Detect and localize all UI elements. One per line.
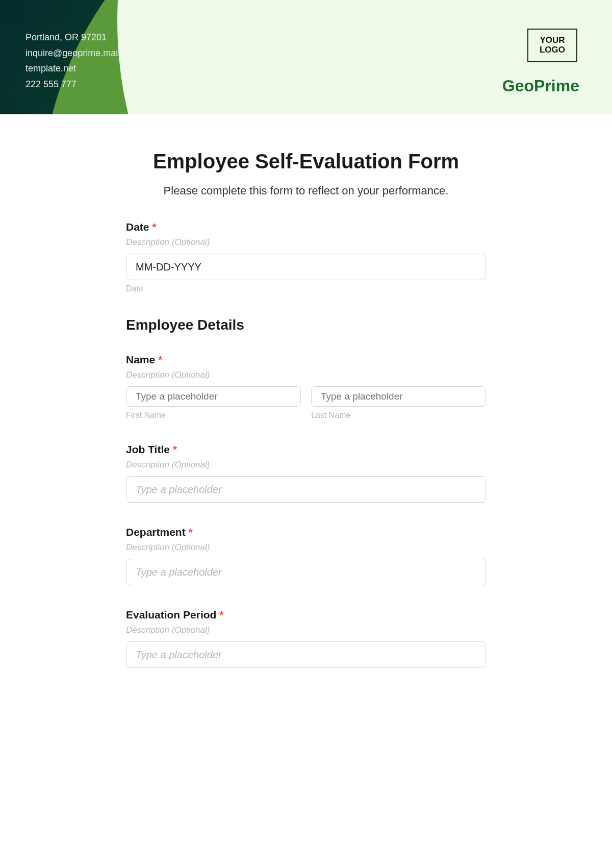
date-sublabel: Date [126, 284, 486, 293]
department-description[interactable]: Description (Optional) [126, 542, 486, 553]
name-description[interactable]: Description (Optional) [126, 370, 486, 380]
field-evaluation-period: Evaluation Period * Description (Optiona… [126, 609, 486, 668]
required-indicator: * [173, 443, 177, 455]
required-indicator: * [219, 609, 223, 621]
date-label: Date * [126, 221, 486, 233]
job-title-description[interactable]: Description (Optional) [126, 460, 486, 470]
field-department: Department * Description (Optional) [126, 526, 486, 585]
evaluation-period-label: Evaluation Period * [126, 609, 486, 621]
job-title-input[interactable] [126, 476, 486, 503]
form-container: Employee Self-Evaluation Form Please com… [95, 150, 517, 712]
required-indicator: * [152, 221, 156, 233]
form-subtitle: Please complete this form to reflect on … [126, 184, 486, 197]
last-name-input[interactable] [311, 386, 486, 407]
name-label: Name * [126, 354, 486, 366]
first-name-input[interactable] [126, 386, 301, 407]
contact-website: template.net [26, 61, 120, 77]
evaluation-period-description[interactable]: Description (Optional) [126, 625, 486, 635]
date-input[interactable] [126, 254, 486, 280]
job-title-label: Job Title * [126, 443, 486, 456]
field-date: Date * Description (Optional) Date [126, 221, 486, 293]
evaluation-period-input[interactable] [126, 641, 486, 668]
form-title: Employee Self-Evaluation Form [126, 150, 486, 173]
contact-phone: 222 555 777 [26, 77, 120, 92]
contact-email: inquire@geoprime.mail [26, 45, 120, 61]
field-name: Name * Description (Optional) First Name… [126, 354, 486, 420]
field-job-title: Job Title * Description (Optional) [126, 443, 486, 503]
document-header: Portland, OR 97201 inquire@geoprime.mail… [0, 0, 612, 114]
date-description[interactable]: Description (Optional) [126, 237, 486, 247]
section-employee-details: Employee Details [126, 317, 486, 333]
last-name-sublabel: Last Name [311, 411, 486, 420]
logo-placeholder: YOUR LOGO [527, 29, 577, 62]
contact-address: Portland, OR 97201 [26, 30, 120, 45]
contact-block: Portland, OR 97201 inquire@geoprime.mail… [26, 30, 120, 92]
required-indicator: * [189, 526, 193, 538]
department-label: Department * [126, 526, 486, 538]
brand-name: GeoPrime [502, 77, 579, 95]
required-indicator: * [158, 354, 162, 365]
department-input[interactable] [126, 559, 486, 585]
first-name-sublabel: First Name [126, 411, 301, 420]
